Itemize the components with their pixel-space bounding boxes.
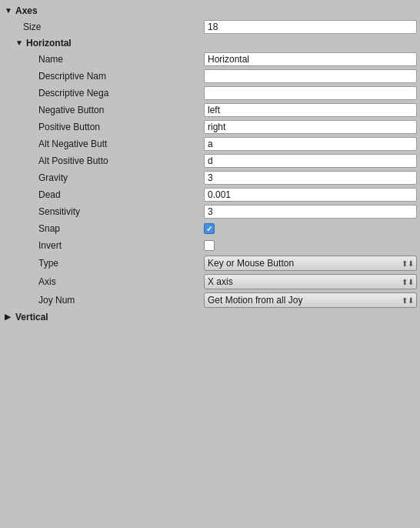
joy-num-dropdown[interactable]: Get Motion from all Joy Joystick 1 Joyst… bbox=[204, 292, 417, 308]
negative-button-value-cell bbox=[204, 103, 420, 117]
sensitivity-value-cell bbox=[204, 205, 420, 219]
descriptive-name-value-cell bbox=[204, 69, 420, 83]
sensitivity-row: Sensitivity bbox=[0, 203, 420, 220]
joy-num-value-cell: Get Motion from all Joy Joystick 1 Joyst… bbox=[204, 292, 420, 308]
negative-button-label: Negative Button bbox=[0, 105, 204, 115]
name-row: Name bbox=[0, 51, 420, 68]
inspector-panel: ▼ Axes Size ▼ Horizontal Name Descriptiv… bbox=[0, 0, 420, 328]
axes-label: Axes bbox=[15, 5, 38, 16]
descriptive-neg-value-cell bbox=[204, 86, 420, 100]
size-row: Size bbox=[0, 18, 420, 35]
dead-row: Dead bbox=[0, 186, 420, 203]
axes-triangle-icon: ▼ bbox=[5, 7, 12, 15]
joy-num-label: Joy Num bbox=[0, 295, 204, 306]
axis-dropdown[interactable]: X axis Y axis 3rd axis 4th axis bbox=[204, 274, 417, 289]
descriptive-name-input[interactable] bbox=[204, 69, 417, 83]
type-row: Type Key or Mouse Button Mouse Movement … bbox=[0, 254, 420, 272]
descriptive-neg-label: Descriptive Nega bbox=[0, 88, 204, 99]
axis-value-cell: X axis Y axis 3rd axis 4th axis ⬆⬇ bbox=[204, 274, 420, 289]
type-value-cell: Key or Mouse Button Mouse Movement Joyst… bbox=[204, 256, 420, 271]
dead-input[interactable] bbox=[204, 188, 417, 202]
dead-value-cell bbox=[204, 188, 420, 202]
alt-negative-button-row: Alt Negative Butt bbox=[0, 135, 420, 152]
gravity-input[interactable] bbox=[204, 171, 417, 185]
snap-label: Snap bbox=[0, 223, 204, 234]
vertical-section-header[interactable]: ▶ Vertical bbox=[0, 309, 420, 325]
alt-positive-button-row: Alt Positive Butto bbox=[0, 152, 420, 169]
vertical-label: Vertical bbox=[15, 312, 48, 322]
dead-label: Dead bbox=[0, 189, 204, 200]
invert-value-cell bbox=[204, 240, 420, 251]
positive-button-value-cell bbox=[204, 120, 420, 134]
descriptive-name-label: Descriptive Nam bbox=[0, 71, 204, 82]
descriptive-name-row: Descriptive Nam bbox=[0, 68, 420, 85]
alt-negative-button-input[interactable] bbox=[204, 137, 417, 151]
descriptive-neg-row: Descriptive Nega bbox=[0, 85, 420, 102]
invert-row: Invert bbox=[0, 237, 420, 254]
alt-positive-button-input[interactable] bbox=[204, 154, 417, 168]
type-label: Type bbox=[0, 258, 204, 269]
name-input[interactable] bbox=[204, 52, 417, 66]
gravity-value-cell bbox=[204, 171, 420, 185]
size-label: Size bbox=[0, 22, 204, 32]
name-label: Name bbox=[0, 54, 204, 65]
positive-button-row: Positive Button bbox=[0, 119, 420, 135]
gravity-row: Gravity bbox=[0, 169, 420, 186]
descriptive-neg-input[interactable] bbox=[204, 86, 417, 100]
invert-checkbox[interactable] bbox=[204, 240, 215, 251]
fields-container: Name Descriptive Nam Descriptive Nega Ne… bbox=[0, 51, 420, 309]
positive-button-label: Positive Button bbox=[0, 122, 204, 132]
axis-label: Axis bbox=[0, 276, 204, 287]
type-dropdown-wrapper: Key or Mouse Button Mouse Movement Joyst… bbox=[204, 256, 417, 271]
snap-checkbox[interactable] bbox=[204, 223, 215, 234]
size-value-cell bbox=[204, 20, 420, 34]
sensitivity-input[interactable] bbox=[204, 205, 417, 219]
alt-negative-button-value-cell bbox=[204, 137, 420, 151]
name-value-cell bbox=[204, 52, 420, 66]
snap-row: Snap bbox=[0, 220, 420, 237]
size-input[interactable] bbox=[204, 20, 417, 34]
alt-positive-button-value-cell bbox=[204, 154, 420, 168]
axis-row: Axis X axis Y axis 3rd axis 4th axis ⬆⬇ bbox=[0, 272, 420, 291]
horizontal-triangle-icon: ▼ bbox=[15, 39, 23, 47]
axes-section-header[interactable]: ▼ Axes bbox=[0, 3, 420, 18]
positive-button-input[interactable] bbox=[204, 120, 417, 134]
axis-dropdown-wrapper: X axis Y axis 3rd axis 4th axis ⬆⬇ bbox=[204, 274, 417, 289]
joy-num-row: Joy Num Get Motion from all Joy Joystick… bbox=[0, 291, 420, 309]
horizontal-section-header[interactable]: ▼ Horizontal bbox=[0, 35, 420, 51]
horizontal-label: Horizontal bbox=[26, 38, 72, 48]
vertical-triangle-icon: ▶ bbox=[5, 313, 12, 321]
gravity-label: Gravity bbox=[0, 172, 204, 183]
negative-button-row: Negative Button bbox=[0, 102, 420, 119]
sensitivity-label: Sensitivity bbox=[0, 206, 204, 217]
type-dropdown[interactable]: Key or Mouse Button Mouse Movement Joyst… bbox=[204, 256, 417, 271]
alt-negative-button-label: Alt Negative Butt bbox=[0, 139, 204, 149]
joy-num-dropdown-wrapper: Get Motion from all Joy Joystick 1 Joyst… bbox=[204, 292, 417, 308]
invert-label: Invert bbox=[0, 240, 204, 251]
alt-positive-button-label: Alt Positive Butto bbox=[0, 155, 204, 166]
snap-value-cell bbox=[204, 223, 420, 234]
negative-button-input[interactable] bbox=[204, 103, 417, 117]
